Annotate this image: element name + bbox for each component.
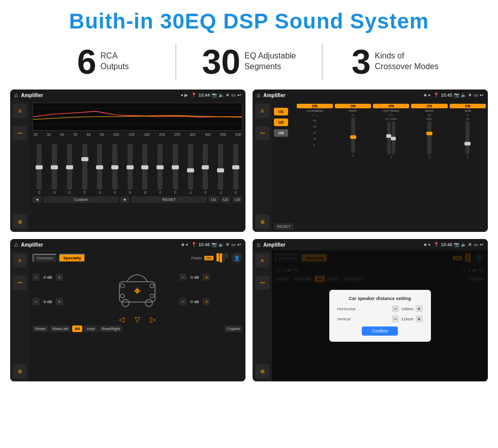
eq-u3-btn[interactable]: U3 <box>232 196 242 203</box>
eq-sidebar-vol[interactable]: ⊕ <box>13 215 27 229</box>
slider-track-13[interactable] <box>233 144 238 190</box>
bass-slider[interactable] <box>427 122 431 155</box>
eq-slider-8: 0 <box>153 144 167 194</box>
eq-next-btn[interactable]: ► <box>120 196 130 203</box>
crossover-home-icon[interactable]: ⌂ <box>257 92 260 99</box>
slider-track-3[interactable] <box>82 144 87 190</box>
fr-minus-btn[interactable]: − <box>179 274 186 281</box>
eq-graph <box>33 103 242 131</box>
freq-630: 630 <box>235 133 241 136</box>
slider-track-0[interactable] <box>37 144 42 190</box>
fader-window-icon: ▭ <box>231 242 236 247</box>
driver-btn[interactable]: Driver <box>33 325 48 332</box>
rear-left-btn[interactable]: RearLeft <box>50 325 71 332</box>
slider-track-7[interactable] <box>142 144 147 190</box>
svg-point-6 <box>145 300 152 307</box>
cross-u3-btn[interactable]: U3 <box>274 129 288 137</box>
eq-custom-btn[interactable]: Custom <box>43 196 119 203</box>
slider-track-9[interactable] <box>173 144 178 190</box>
svg-point-7 <box>120 284 124 288</box>
rr-minus-btn[interactable]: − <box>179 298 186 305</box>
person-icon[interactable]: 👤 <box>231 252 242 263</box>
slider-track-1[interactable] <box>52 144 57 190</box>
slider-track-12[interactable] <box>218 144 223 190</box>
phat-slider[interactable] <box>351 117 355 153</box>
home-icon[interactable]: ⌂ <box>14 92 18 99</box>
right-arrow-btn[interactable]: ▷ <box>150 315 156 323</box>
cross-sidebar-vol[interactable]: ⊕ <box>255 215 269 229</box>
specialty-mode-btn[interactable]: Specialty <box>59 254 85 262</box>
freq-400: 400 <box>205 133 211 136</box>
fader-sidebar-eq[interactable]: ≡ <box>13 253 27 267</box>
eq-u1-btn[interactable]: U1 <box>208 196 219 203</box>
cross-close-icon: ✕ <box>468 93 472 98</box>
vertical-minus-btn[interactable]: − <box>392 315 399 322</box>
slider-track-6[interactable] <box>128 144 133 190</box>
slider-track-8[interactable] <box>158 144 163 190</box>
cutfreq-f-slider[interactable] <box>387 122 391 155</box>
user-btn[interactable]: User <box>84 325 98 332</box>
sub-slider[interactable] <box>465 122 470 155</box>
confirm-button[interactable]: Confirm <box>362 326 398 336</box>
cross-u1-btn[interactable]: U1 <box>274 108 288 115</box>
cross-reset-btn[interactable]: RESET <box>274 223 294 230</box>
copilot-btn[interactable]: Copilot <box>225 325 242 332</box>
dist-sidebar-wave[interactable]: 〜 <box>255 276 269 290</box>
fl-minus-btn[interactable]: − <box>33 274 40 281</box>
slider-track-10[interactable] <box>188 144 193 190</box>
fr-plus-btn[interactable]: + <box>203 274 210 281</box>
slider-track-2[interactable] <box>67 144 72 190</box>
cross-sidebar-wave[interactable]: 〜 <box>255 126 269 140</box>
ch-bass-on[interactable]: ON <box>411 104 447 108</box>
down-arrow-btn[interactable]: ▽ <box>135 315 140 323</box>
fader-content: ≡ 〜 ⊕ Common Specialty Fader ON <box>10 250 245 381</box>
cross-u2-btn[interactable]: U2 <box>274 118 288 126</box>
slider-track-11[interactable] <box>203 144 208 190</box>
window-icon: ▭ <box>231 93 236 98</box>
distance-screen: ⌂ Amplifier ■ ● 📍 10:46 📷 🔈 ✕ ▭ ↩ ≡ 〜 ⊕ <box>253 239 488 381</box>
close-icon: ✕ <box>226 93 230 98</box>
fader-dots: ■ ● <box>181 242 188 247</box>
slider-val-10: -1 <box>189 191 192 194</box>
fader-close-icon: ✕ <box>226 242 230 247</box>
fader-sidebar: ≡ 〜 ⊕ <box>10 250 29 381</box>
eq-reset-btn[interactable]: RESET <box>131 196 207 203</box>
horizontal-plus-btn[interactable]: + <box>416 305 423 312</box>
cross-sidebar-eq[interactable]: ≡ <box>255 104 269 118</box>
cross-window-icon: ▭ <box>474 93 478 98</box>
freq-160: 160 <box>144 133 150 136</box>
eq-u2-btn[interactable]: U2 <box>221 196 231 203</box>
eq-slider-9: 0 <box>168 144 182 194</box>
freq-320: 320 <box>190 133 196 136</box>
rear-right-btn[interactable]: RearRight <box>99 325 122 332</box>
dist-sidebar-vol[interactable]: ⊕ <box>255 364 269 378</box>
eq-slider-5: 0 <box>108 144 122 194</box>
eq-prev-btn[interactable]: ◄ <box>33 196 42 203</box>
eq-sidebar-eq[interactable]: ≡ <box>13 104 27 118</box>
slider-track-4[interactable] <box>97 144 102 190</box>
all-btn[interactable]: All <box>72 325 82 332</box>
fader-sidebar-wave[interactable]: 〜 <box>13 276 27 290</box>
fader-home-icon[interactable]: ⌂ <box>14 241 18 248</box>
fader-sidebar-vol[interactable]: ⊕ <box>13 364 27 378</box>
horizontal-minus-btn[interactable]: − <box>392 305 399 312</box>
common-mode-btn[interactable]: Common <box>33 254 57 262</box>
fl-plus-btn[interactable]: + <box>56 274 63 281</box>
rl-plus-btn[interactable]: + <box>56 298 63 305</box>
eq-sidebar-wave[interactable]: 〜 <box>13 126 27 140</box>
distance-home-icon[interactable]: ⌂ <box>257 241 260 248</box>
fader-on-badge[interactable]: ON <box>204 256 214 260</box>
ch-sub-on[interactable]: ON <box>450 104 486 108</box>
rr-plus-btn[interactable]: + <box>203 298 210 305</box>
cutfreq-g-slider[interactable] <box>392 122 395 155</box>
ch-loudness-on[interactable]: ON <box>297 104 333 108</box>
slider-track-5[interactable] <box>112 144 117 190</box>
ch-phat-on[interactable]: ON <box>335 104 371 108</box>
vertical-plus-btn[interactable]: + <box>416 315 423 322</box>
left-arrow-btn[interactable]: ◁ <box>119 315 124 323</box>
screens-grid: ⌂ Amplifier ● ▶ 📍 10:44 📷 🔈 ✕ ▭ ↩ ≡ 〜 ⊕ <box>0 86 498 386</box>
ch-cutfreq-on[interactable]: ON <box>373 104 409 108</box>
distance-dialog-overlay: Car speaker distance setting Horizontal … <box>272 250 488 381</box>
rl-minus-btn[interactable]: − <box>33 298 40 305</box>
dist-sidebar-eq[interactable]: ≡ <box>255 253 269 267</box>
